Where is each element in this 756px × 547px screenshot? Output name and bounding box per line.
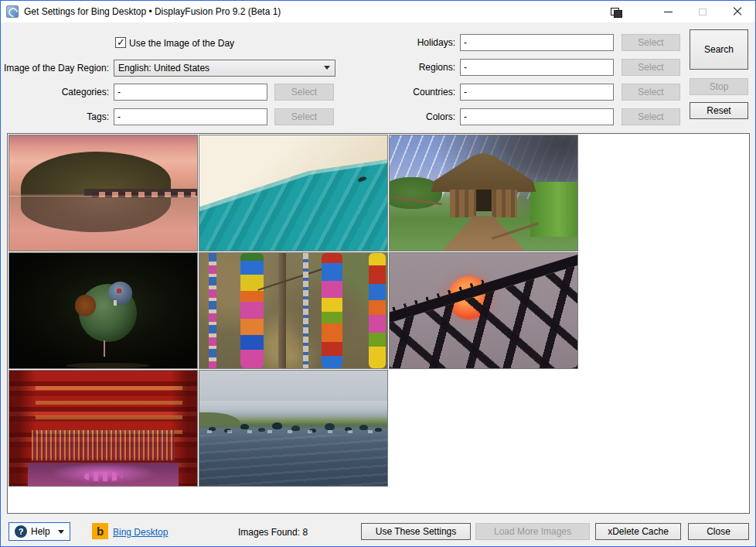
minimize-button[interactable]	[655, 2, 681, 21]
holidays-input[interactable]	[460, 34, 614, 51]
region-selected-value: English: United States	[118, 63, 209, 74]
countries-label: Countries:	[341, 87, 455, 97]
image-thumbnail-green-bird[interactable]	[9, 252, 198, 369]
regions-input[interactable]	[460, 59, 614, 76]
load-more-images-button: Load More Images	[475, 523, 590, 540]
colors-input[interactable]	[460, 108, 614, 125]
dialog-window: Get Settings for Bing Desktop • DisplayF…	[0, 0, 756, 547]
categories-label: Categories:	[1, 87, 109, 97]
use-image-of-day-checkbox[interactable]	[115, 37, 126, 48]
image-results-panel	[7, 133, 750, 514]
images-found-status: Images Found: 8	[238, 527, 308, 538]
regions-select-button: Select	[621, 59, 680, 76]
region-dropdown[interactable]: English: United States	[114, 60, 335, 77]
use-image-of-day-label: Use the Image of the Day	[129, 38, 234, 49]
help-label: Help	[31, 526, 50, 537]
use-these-settings-button[interactable]: Use These Settings	[361, 523, 471, 540]
bing-desktop-link[interactable]: Bing Desktop	[113, 527, 168, 538]
bing-logo-icon	[92, 523, 108, 539]
question-circle-icon	[15, 525, 27, 538]
delete-cache-button[interactable]: xDelete Cache	[595, 523, 681, 540]
colors-label: Colors:	[341, 111, 455, 122]
image-thumbnail-dolphins[interactable]	[199, 370, 388, 487]
image-thumbnail-thatched-hut[interactable]	[389, 135, 578, 251]
image-thumbnail-painted-forest[interactable]	[199, 252, 388, 369]
colors-select-button: Select	[621, 108, 680, 125]
window-title: Get Settings for Bing Desktop • DisplayF…	[24, 6, 281, 17]
window-layers-button[interactable]	[602, 2, 628, 21]
categories-select-button: Select	[274, 84, 334, 101]
title-bar: Get Settings for Bing Desktop • DisplayF…	[1, 1, 755, 22]
maximize-icon	[699, 9, 707, 15]
maximize-button	[690, 2, 716, 21]
help-button[interactable]: Help	[9, 522, 70, 541]
image-thumbnail-sunset-reservoir[interactable]	[9, 135, 198, 251]
categories-input[interactable]	[114, 84, 267, 101]
close-button[interactable]	[724, 2, 751, 21]
stop-button: Stop	[690, 78, 748, 95]
tags-select-button: Select	[274, 108, 334, 125]
close-icon	[733, 7, 742, 16]
tags-label: Tags:	[1, 111, 109, 122]
displayfusion-app-icon	[6, 5, 19, 18]
bird-silhouette	[358, 176, 367, 182]
chevron-down-icon	[58, 530, 64, 534]
countries-input[interactable]	[460, 84, 614, 101]
image-thumbnail-concert-hall[interactable]	[9, 370, 198, 487]
region-label: Image of the Day Region:	[1, 63, 109, 74]
window-layers-icon	[611, 8, 621, 16]
holidays-label: Holidays:	[341, 37, 455, 48]
reset-button[interactable]: Reset	[690, 102, 748, 119]
close-dialog-button[interactable]: Close	[688, 523, 749, 540]
search-button[interactable]: Search	[690, 29, 748, 70]
chevron-down-icon	[324, 66, 330, 70]
regions-label: Regions:	[341, 62, 455, 73]
tags-input[interactable]	[114, 108, 267, 125]
holidays-select-button: Select	[621, 34, 680, 51]
image-thumbnail-bridge-red-moon[interactable]	[389, 252, 578, 369]
minimize-icon	[664, 12, 673, 12]
image-thumbnail-teal-beach[interactable]	[199, 135, 388, 251]
countries-select-button: Select	[621, 84, 680, 101]
